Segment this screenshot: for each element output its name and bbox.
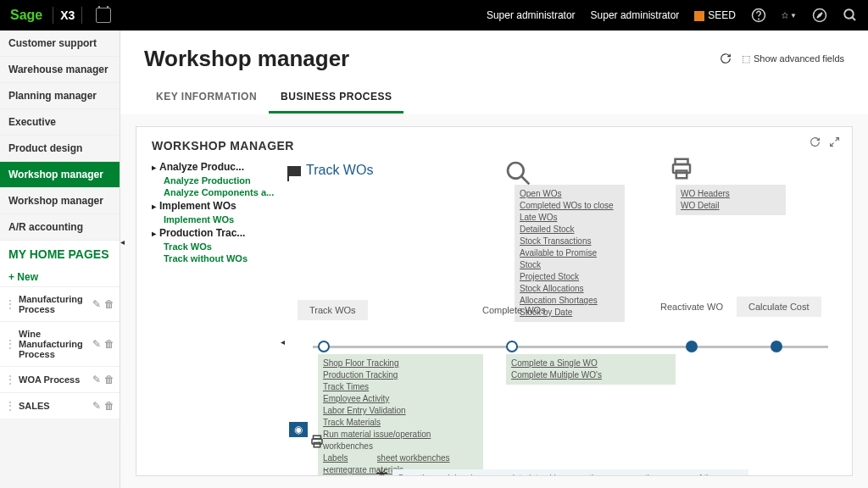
process-link[interactable]: Shop Floor Tracking: [323, 358, 478, 369]
sidebar-collapse-icon[interactable]: ◂: [120, 237, 125, 247]
delete-icon[interactable]: 🗑: [104, 400, 114, 412]
tree-subnode[interactable]: Analyze Components a...: [152, 186, 279, 198]
compass-icon[interactable]: [812, 8, 827, 23]
tree-node[interactable]: Analyze Produc...: [152, 159, 279, 175]
print-links: WO HeadersWO Detail: [676, 185, 786, 215]
process-panel: WORKSHOP MANAGER Analyze Produc...Analyz…: [136, 126, 853, 476]
process-link[interactable]: Track Materials: [323, 417, 478, 429]
process-link[interactable]: Detailed Stock: [520, 224, 620, 236]
favorite-icon[interactable]: ▼: [782, 8, 797, 23]
process-link[interactable]: WO Headers: [681, 188, 781, 200]
content-area: WORKSHOP MANAGER Analyze Produc...Analyz…: [120, 114, 868, 488]
process-link[interactable]: Projected Stock: [520, 271, 620, 283]
eye-icon[interactable]: ◉: [289, 422, 308, 437]
tree-subnode[interactable]: Track WOs: [152, 241, 279, 252]
show-advanced-fields[interactable]: ⬚Show advanced fields: [742, 53, 844, 64]
timeline-node-4[interactable]: [771, 341, 782, 352]
process-link[interactable]: Open WOs: [520, 188, 620, 200]
process-link[interactable]: Complete Multiple WO's: [511, 369, 670, 381]
svg-marker-4: [817, 13, 822, 18]
tree-node[interactable]: Implement WOs: [152, 198, 279, 214]
home-page-item[interactable]: ⋮Manufacturing Process✎🗑: [0, 286, 120, 321]
sidebar-item[interactable]: Workshop manager: [0, 162, 120, 188]
process-link[interactable]: Employee Activity: [323, 393, 478, 405]
delete-icon[interactable]: 🗑: [104, 298, 114, 310]
tree-subnode[interactable]: Analyze Production: [152, 175, 279, 186]
process-link[interactable]: Production Tracking: [323, 369, 478, 381]
process-link[interactable]: WO Detail: [681, 200, 781, 212]
process-link[interactable]: Track Times: [323, 381, 478, 393]
complete-links: Complete a Single WOComplete Multiple WO…: [506, 354, 676, 385]
sidebar-item[interactable]: Customer support: [0, 30, 120, 57]
delete-icon[interactable]: 🗑: [104, 374, 114, 385]
page-title: Workshop manager: [144, 46, 349, 72]
tab[interactable]: KEY INFORMATION: [144, 82, 269, 114]
home-page-item[interactable]: ⋮SALES✎🗑: [0, 392, 120, 419]
stage-track[interactable]: Track WOs: [298, 300, 368, 320]
edit-icon[interactable]: ✎: [92, 374, 101, 385]
sidebar: Customer supportWarehouse managerPlannin…: [0, 30, 120, 488]
svg-point-9: [508, 163, 524, 179]
search-links: Open WOsCompleted WOs to closeLate WOsDe…: [515, 185, 625, 322]
help-icon[interactable]: [751, 8, 766, 23]
timeline-node-1[interactable]: [318, 341, 330, 352]
drag-icon[interactable]: ⋮: [5, 400, 15, 412]
process-link[interactable]: Available to Promise Stock: [520, 247, 620, 271]
sidebar-item[interactable]: Workshop manager: [0, 188, 120, 214]
process-link[interactable]: Late WOs: [520, 212, 620, 224]
main-area: Workshop manager ⬚Show advanced fields K…: [120, 30, 868, 488]
search-icon[interactable]: [843, 8, 858, 23]
timeline-node-3[interactable]: [686, 341, 698, 352]
drag-icon[interactable]: ⋮: [5, 338, 15, 350]
drag-icon[interactable]: ⋮: [5, 374, 15, 385]
process-link[interactable]: Completed WOs to close: [520, 200, 620, 212]
environment-badge[interactable]: SEED: [694, 9, 736, 21]
stage-calculate[interactable]: Calculate Cost: [737, 297, 821, 317]
timeline-node-2[interactable]: [506, 341, 518, 352]
panel-expand-icon[interactable]: [829, 136, 840, 151]
process-link[interactable]: Stock Allocations: [520, 283, 620, 295]
tree-subnode[interactable]: Implement WOs: [152, 214, 279, 225]
stage-reactivate[interactable]: Reactivate WO: [660, 302, 723, 312]
user-role-1[interactable]: Super administrator: [487, 9, 576, 21]
edit-icon[interactable]: ✎: [92, 400, 101, 412]
home-page-item[interactable]: ⋮Wine Manufacturing Process✎🗑: [0, 321, 120, 366]
user-role-2[interactable]: Super administrator: [591, 9, 680, 21]
sidebar-item[interactable]: Executive: [0, 109, 120, 136]
timeline: [313, 346, 828, 348]
sidebar-item[interactable]: Planning manager: [0, 83, 120, 109]
sidebar-item[interactable]: A/R accounting: [0, 214, 120, 241]
calendar-icon[interactable]: [96, 8, 111, 23]
stage-complete[interactable]: Complete WOs: [482, 305, 546, 315]
tree-subnode[interactable]: Track without WOs: [152, 252, 279, 264]
svg-line-7: [836, 138, 839, 141]
new-home-page[interactable]: + New: [0, 268, 120, 286]
process-link[interactable]: Complete a Single WO: [511, 358, 670, 369]
home-page-item[interactable]: ⋮WOA Process✎🗑: [0, 366, 120, 392]
topbar-right: Super administrator Super administrator …: [487, 8, 858, 23]
process-link[interactable]: Labor Entry Validation: [323, 405, 478, 417]
tree-node[interactable]: Production Trac...: [152, 225, 279, 241]
process-link[interactable]: Stock Transactions: [520, 236, 620, 247]
logo[interactable]: Sage: [10, 8, 42, 23]
magnifier-icon[interactable]: [504, 159, 531, 188]
labels-box[interactable]: Labels: [318, 449, 377, 468]
svg-line-10: [521, 176, 529, 184]
printer-icon[interactable]: [669, 156, 694, 183]
svg-point-1: [759, 19, 760, 19]
panel-refresh-icon[interactable]: [810, 136, 821, 151]
lightbulb-icon: ✳: [376, 464, 388, 476]
svg-point-5: [844, 9, 854, 19]
edit-icon[interactable]: ✎: [92, 338, 101, 350]
diagram-collapse-icon[interactable]: ◂: [281, 337, 285, 347]
diagram-title: Track WOs: [287, 159, 837, 181]
refresh-icon[interactable]: [720, 53, 732, 66]
sidebar-item[interactable]: Warehouse manager: [0, 57, 120, 83]
delete-icon[interactable]: 🗑: [104, 338, 114, 350]
sidebar-item[interactable]: Product design: [0, 136, 120, 162]
product-name[interactable]: X3: [53, 7, 82, 24]
drag-icon[interactable]: ⋮: [5, 298, 15, 310]
small-printer-icon[interactable]: [309, 434, 325, 453]
tab[interactable]: BUSINESS PROCESS: [269, 82, 403, 114]
edit-icon[interactable]: ✎: [92, 298, 101, 310]
